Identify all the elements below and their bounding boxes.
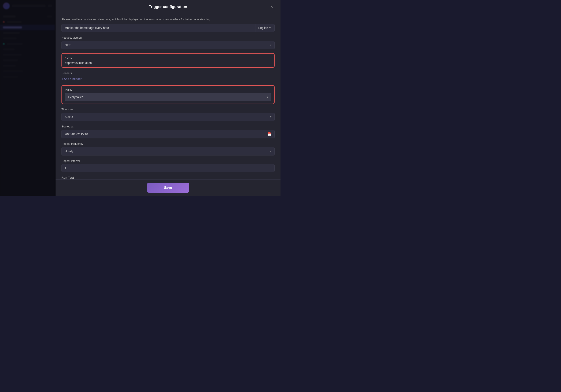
request-method-chevron: ▾ bbox=[270, 44, 271, 47]
policy-label: Policy bbox=[65, 88, 271, 91]
dialog-footer: Save bbox=[55, 179, 280, 196]
note-hint-text: Please provide a concise and clear note,… bbox=[62, 18, 275, 21]
started-at-label: Started at bbox=[62, 125, 275, 128]
repeat-frequency-select[interactable]: Hourly ▾ bbox=[62, 147, 275, 155]
started-at-group: Started at 📅 bbox=[62, 125, 275, 138]
close-button[interactable]: × bbox=[269, 4, 275, 10]
policy-chevron: ▾ bbox=[267, 96, 268, 99]
policy-value: Every failed bbox=[68, 95, 83, 99]
repeat-interval-label: Repeat interval bbox=[62, 159, 275, 163]
repeat-frequency-value: Hourly bbox=[65, 150, 73, 153]
repeat-frequency-chevron: ▾ bbox=[270, 150, 271, 153]
trigger-config-dialog: Trigger configuration × Please provide a… bbox=[55, 0, 280, 196]
repeat-interval-input[interactable] bbox=[62, 164, 275, 172]
calendar-icon[interactable]: 📅 bbox=[267, 132, 271, 136]
language-select[interactable]: English ▾ bbox=[256, 24, 275, 32]
language-chevron: ▾ bbox=[269, 26, 270, 29]
timezone-value: AUTO bbox=[65, 115, 73, 119]
run-test-title: Run Test bbox=[62, 176, 275, 179]
dialog-title: Trigger configuration bbox=[149, 5, 187, 9]
headers-section: Headers + Add a header bbox=[62, 72, 275, 82]
timezone-group: Timezone AUTO ▾ bbox=[62, 108, 275, 121]
add-header-button[interactable]: + Add a header bbox=[62, 76, 82, 82]
dialog-header: Trigger configuration × bbox=[55, 0, 280, 13]
url-section: * URL bbox=[62, 53, 275, 68]
url-label: * URL bbox=[65, 56, 271, 59]
started-at-input[interactable] bbox=[65, 133, 267, 136]
headers-label: Headers bbox=[62, 72, 275, 75]
save-button[interactable]: Save bbox=[147, 183, 189, 193]
timezone-chevron: ▾ bbox=[270, 115, 271, 118]
repeat-frequency-group: Repeat frequency Hourly ▾ bbox=[62, 142, 275, 155]
dialog-body: Please provide a concise and clear note,… bbox=[55, 13, 280, 179]
request-method-group: Request Method GET ▾ bbox=[62, 36, 275, 49]
url-required-mark: * bbox=[65, 56, 66, 59]
note-input[interactable] bbox=[62, 24, 256, 32]
repeat-frequency-label: Repeat frequency bbox=[62, 142, 275, 145]
request-method-label: Request Method bbox=[62, 36, 275, 39]
date-row: 📅 bbox=[62, 130, 275, 138]
url-input[interactable] bbox=[65, 61, 271, 64]
note-row: English ▾ bbox=[62, 24, 275, 32]
policy-section: Policy Every failed ▾ bbox=[62, 85, 275, 104]
timezone-select[interactable]: AUTO ▾ bbox=[62, 113, 275, 121]
policy-select[interactable]: Every failed ▾ bbox=[65, 93, 271, 101]
language-value: English bbox=[258, 26, 268, 30]
timezone-label: Timezone bbox=[62, 108, 275, 111]
url-field-label: URL bbox=[66, 56, 72, 59]
request-method-value: GET bbox=[65, 43, 71, 47]
repeat-interval-group: Repeat interval bbox=[62, 159, 275, 172]
run-test-section: Run Test Run a test to verify the automa… bbox=[62, 176, 275, 179]
request-method-select[interactable]: GET ▾ bbox=[62, 41, 275, 49]
